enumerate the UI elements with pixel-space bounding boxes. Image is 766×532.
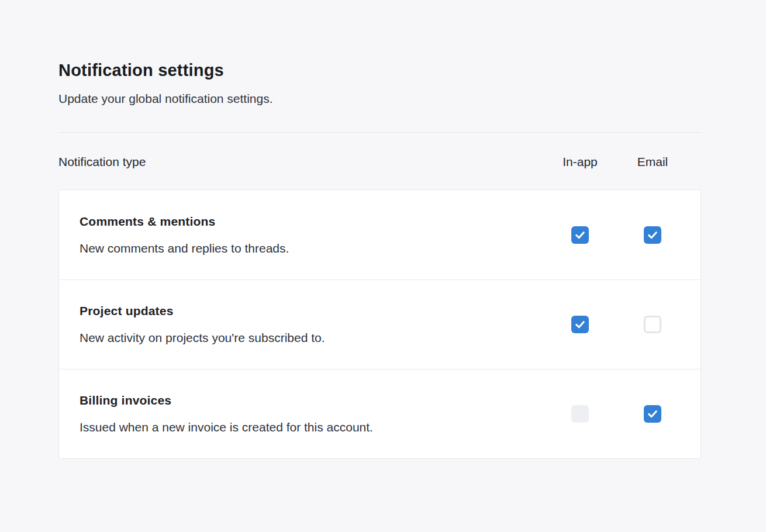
row-text: Project updates New activity on projects… [80, 303, 544, 346]
column-header-email-label: Email [637, 154, 668, 170]
table-row-billing-invoices: Billing invoices Issued when a new invoi… [59, 369, 701, 458]
checkmark-icon [574, 319, 586, 330]
notification-settings-page: Notification settings Update your global… [58, 0, 701, 459]
page-title: Notification settings [58, 60, 701, 81]
page-subtitle: Update your global notification settings… [58, 90, 701, 108]
row-title: Comments & mentions [80, 213, 532, 230]
email-cell [616, 226, 689, 244]
table-row-project-updates: Project updates New activity on projects… [59, 279, 701, 369]
inapp-cell [544, 405, 616, 423]
billing-inapp-checkbox-disabled [571, 405, 589, 423]
section-divider [58, 132, 701, 133]
column-header-notification-type: Notification type [58, 154, 544, 170]
table-row-comments-mentions: Comments & mentions New comments and rep… [59, 190, 701, 279]
row-title: Billing invoices [80, 392, 532, 409]
notification-settings-card: Comments & mentions New comments and rep… [58, 189, 701, 459]
table-header: Notification type In-app Email [58, 154, 701, 170]
row-description: Issued when a new invoice is created for… [80, 419, 532, 436]
inapp-cell [544, 316, 616, 333]
project-inapp-checkbox[interactable] [571, 316, 589, 333]
comments-email-checkbox[interactable] [644, 226, 661, 244]
row-description: New comments and replies to threads. [80, 240, 532, 257]
row-title: Project updates [80, 303, 532, 319]
comments-inapp-checkbox[interactable] [571, 226, 589, 244]
project-email-checkbox[interactable] [644, 316, 661, 333]
inapp-cell [544, 226, 616, 244]
row-text: Comments & mentions New comments and rep… [80, 213, 544, 257]
row-text: Billing invoices Issued when a new invoi… [80, 392, 544, 436]
email-cell [616, 316, 689, 333]
billing-email-checkbox[interactable] [644, 405, 661, 423]
checkmark-icon [574, 229, 586, 241]
row-description: New activity on projects you're subscrib… [80, 330, 532, 346]
column-header-email: Email [616, 154, 689, 170]
column-header-inapp: In-app [544, 154, 616, 170]
checkmark-icon [647, 229, 658, 241]
checkmark-icon [647, 408, 658, 420]
column-header-inapp-label: In-app [563, 154, 598, 170]
email-cell [616, 405, 689, 423]
